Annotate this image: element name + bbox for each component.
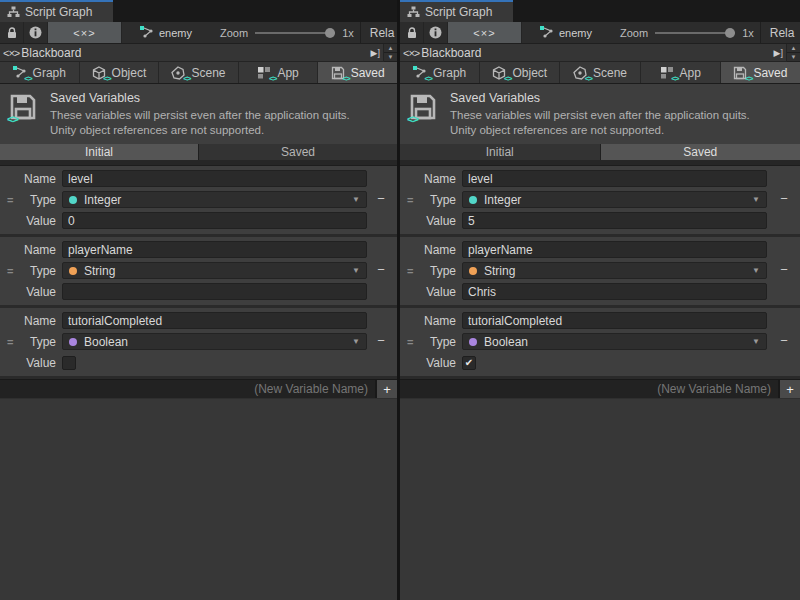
badge-icon: <>	[7, 113, 18, 125]
spinner-up-icon[interactable]: ▲	[787, 44, 800, 53]
tab-app[interactable]: <> App	[239, 62, 318, 83]
relations-button[interactable]: Rela	[760, 22, 800, 43]
subtab-saved[interactable]: Saved	[601, 144, 800, 160]
zoom-slider-track	[255, 32, 335, 34]
add-variable-button[interactable]: +	[375, 380, 397, 398]
type-dot-icon	[69, 338, 77, 346]
zoom-slider[interactable]	[655, 27, 735, 39]
subtab-saved[interactable]: Saved	[199, 144, 397, 160]
variable-group-level: Name = Type Integer ▼ − Value	[400, 166, 800, 237]
remove-variable-button[interactable]: −	[373, 192, 389, 207]
zoom-slider-thumb[interactable]	[325, 28, 335, 38]
saved-floppy-icon: <>	[331, 66, 346, 80]
variable-name-input[interactable]	[462, 241, 767, 258]
new-variable-input[interactable]	[400, 380, 778, 398]
graph-name: enemy	[159, 27, 192, 39]
new-variable-input[interactable]	[0, 380, 375, 398]
tab-app[interactable]: <> App	[641, 62, 720, 83]
drag-handle-icon[interactable]: =	[7, 196, 13, 204]
zoom-control: Zoom 1x	[220, 27, 354, 39]
variable-group-playername: Name = Type String ▼ − Value	[400, 237, 800, 308]
value-label: Value	[0, 214, 62, 228]
tab-title: Script Graph	[25, 5, 92, 19]
type-dot-icon	[469, 196, 477, 204]
spinner-down-icon[interactable]: ▼	[787, 53, 800, 62]
type-dot-icon	[69, 196, 77, 204]
app-icon: <>	[660, 66, 675, 80]
blackboard-header: <×> Blackboard ▶] ▲ ▼	[400, 44, 800, 62]
badge-icon: <>	[269, 74, 276, 83]
badge-icon: <>	[103, 74, 110, 83]
badge-icon: <>	[183, 74, 190, 83]
tab-saved[interactable]: <> Saved	[721, 62, 800, 83]
variable-value-checkbox[interactable]	[462, 356, 476, 370]
drag-handle-icon[interactable]: =	[7, 267, 13, 275]
tab-scene[interactable]: <> Scene	[159, 62, 238, 83]
dock-icon[interactable]: ▶]	[368, 48, 383, 58]
variable-list: Name = Type Integer ▼ − Value Name	[400, 166, 800, 379]
drag-handle-icon[interactable]: =	[407, 267, 413, 275]
relations-button[interactable]: Rela	[360, 22, 397, 43]
variable-type-dropdown[interactable]: Integer ▼	[462, 191, 767, 208]
spinner-up-icon[interactable]: ▲	[384, 44, 397, 53]
variable-type-dropdown[interactable]: Boolean ▼	[462, 333, 767, 350]
subtab-initial[interactable]: Initial	[0, 144, 198, 160]
remove-variable-button[interactable]: −	[776, 263, 792, 278]
variable-value-input[interactable]	[62, 212, 367, 229]
code-view-button[interactable]: <×>	[448, 22, 522, 43]
variable-name-input[interactable]	[462, 170, 767, 187]
variable-value-input[interactable]	[462, 283, 767, 300]
dock-icon[interactable]: ▶]	[771, 48, 786, 58]
lock-icon	[7, 27, 17, 39]
remove-variable-button[interactable]: −	[776, 334, 792, 349]
info-button[interactable]	[424, 22, 448, 43]
remove-variable-button[interactable]: −	[776, 192, 792, 207]
drag-handle-icon[interactable]: =	[407, 196, 413, 204]
graph-canvas-empty[interactable]	[400, 398, 800, 600]
variable-name-input[interactable]	[462, 312, 767, 329]
lock-button[interactable]	[0, 22, 24, 43]
variable-type-dropdown[interactable]: Boolean ▼	[62, 333, 367, 350]
tab-graph[interactable]: <> Graph	[0, 62, 79, 83]
tab-script-graph[interactable]: Script Graph	[400, 0, 513, 22]
variable-value-checkbox[interactable]	[62, 356, 76, 370]
variable-type-dropdown[interactable]: String ▼	[62, 262, 367, 279]
variable-name-input[interactable]	[62, 312, 367, 329]
variable-type-dropdown[interactable]: String ▼	[462, 262, 767, 279]
variable-value-input[interactable]	[462, 212, 767, 229]
tab-object[interactable]: <> Object	[480, 62, 559, 83]
tab-graph[interactable]: <> Graph	[400, 62, 479, 83]
variable-value-input[interactable]	[62, 283, 367, 300]
variable-name-input[interactable]	[62, 170, 367, 187]
variable-name-input[interactable]	[62, 241, 367, 258]
saved-variables-icon: <>	[409, 93, 437, 121]
variable-type-dropdown[interactable]: Integer ▼	[62, 191, 367, 208]
lock-button[interactable]	[400, 22, 424, 43]
tab-scene[interactable]: <> Scene	[560, 62, 639, 83]
blackboard-header: <×> Blackboard ▶] ▲ ▼	[0, 44, 397, 62]
remove-variable-button[interactable]: −	[373, 263, 389, 278]
graph-canvas-empty[interactable]	[0, 398, 397, 600]
new-variable-row: +	[0, 379, 397, 398]
drag-handle-icon[interactable]: =	[407, 338, 413, 346]
info-button[interactable]	[24, 22, 48, 43]
spinner-down-icon[interactable]: ▼	[384, 53, 397, 62]
saved-floppy-icon: <>	[733, 66, 748, 80]
add-variable-button[interactable]: +	[778, 380, 800, 398]
info-line2: Unity object references are not supporte…	[450, 123, 750, 138]
badge-icon: <>	[671, 74, 678, 83]
zoom-slider-thumb[interactable]	[725, 28, 735, 38]
tab-saved[interactable]: <> Saved	[318, 62, 397, 83]
zoom-slider[interactable]	[255, 27, 335, 39]
graph-reference[interactable]: enemy	[140, 26, 192, 39]
tab-script-graph[interactable]: Script Graph	[0, 0, 113, 22]
drag-handle-icon[interactable]: =	[7, 338, 13, 346]
variable-group-playername: Name = Type String ▼ − Value	[0, 237, 397, 308]
code-view-button[interactable]: <×>	[48, 22, 122, 43]
scene-icon: <>	[573, 66, 588, 80]
graph-hierarchy-icon	[7, 6, 20, 18]
tab-object[interactable]: <> Object	[80, 62, 159, 83]
subtab-initial[interactable]: Initial	[400, 144, 600, 160]
remove-variable-button[interactable]: −	[373, 334, 389, 349]
graph-reference[interactable]: enemy	[540, 26, 592, 39]
